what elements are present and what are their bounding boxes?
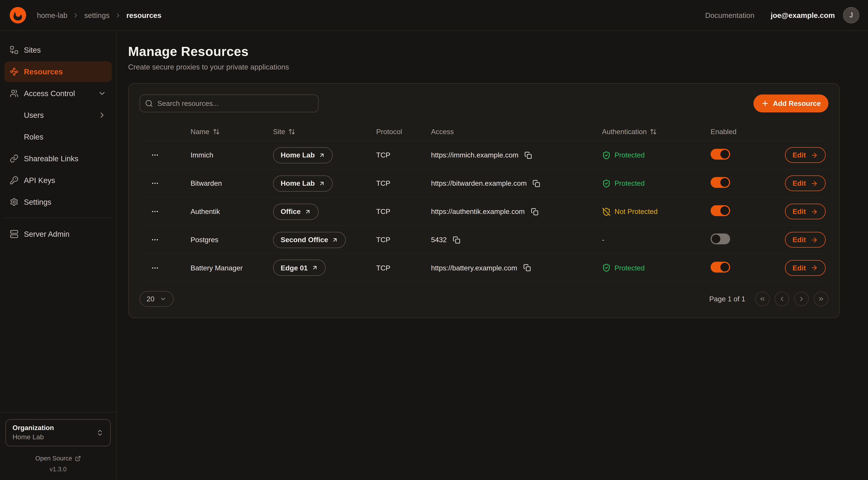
site-link[interactable]: Home Lab [273,147,333,163]
copy-icon [531,208,538,215]
chevron-right-icon [98,111,106,119]
edit-button[interactable]: Edit [785,260,826,276]
sidebar-item-resources[interactable]: Resources [4,61,112,82]
edit-button[interactable]: Edit [785,204,826,219]
sidebar-item-users[interactable]: Users [4,105,112,125]
sort-icon [213,128,220,135]
avatar[interactable]: J [843,7,859,23]
arrow-right-icon [810,208,818,215]
column-header-access: Access [431,127,602,136]
protocol-value: TCP [376,264,431,272]
ellipsis-icon [151,264,159,272]
sidebar-item-label: Users [24,111,44,119]
sidebar-item-label: Settings [24,198,52,206]
copy-icon [523,264,531,271]
organization-switcher[interactable]: Organization Home Lab [5,419,111,446]
column-header-site[interactable]: Site [273,127,376,136]
protocol-value: TCP [376,179,431,187]
search-input[interactable] [140,94,319,112]
open-source-label: Open Source [35,455,72,461]
resources-table: Name Site Protocol Access [140,122,828,282]
resources-card: Add Resource Name Site [128,83,840,318]
shield-check-icon [602,151,611,159]
sidebar-item-server-admin[interactable]: Server Admin [4,224,112,244]
site-link[interactable]: Edge 01 [273,260,326,276]
enabled-toggle[interactable] [711,149,730,160]
site-link[interactable]: Office [273,204,319,220]
sidebar-item-sites[interactable]: Sites [4,40,112,60]
column-header-authentication[interactable]: Authentication [602,127,711,136]
toggle-knob [720,263,729,271]
edit-button[interactable]: Edit [785,232,826,248]
card-toolbar: Add Resource [140,94,828,112]
copy-button[interactable] [523,150,533,160]
enabled-toggle[interactable] [711,262,730,272]
sidebar-item-label: Roles [24,132,43,141]
sidebar: Sites Resources Access Control Users Rol… [0,31,117,480]
enabled-toggle[interactable] [711,205,730,216]
breadcrumb: home-lab settings resources [37,11,161,19]
column-header-name[interactable]: Name [190,127,273,136]
sidebar-divider [4,218,112,218]
prev-page-button[interactable] [775,292,789,306]
resource-name: Immich [190,151,273,159]
copy-button[interactable] [530,207,539,216]
shield-check-icon [602,179,611,188]
add-resource-button[interactable]: Add Resource [753,94,828,112]
row-menu-button[interactable] [147,260,162,275]
copy-icon [524,151,532,159]
arrow-up-right-icon [319,180,325,187]
server-icon [10,230,19,238]
last-page-button[interactable] [814,292,828,306]
ellipsis-icon [151,207,159,216]
table-row: Bitwarden Home Lab TCP https://bitwarden… [140,169,828,197]
sidebar-item-label: Sites [24,46,41,54]
add-resource-label: Add Resource [773,99,821,108]
sidebar-item-settings[interactable]: Settings [4,192,112,212]
row-menu-button[interactable] [147,148,162,163]
row-menu-button[interactable] [147,232,162,247]
chevrons-left-icon [759,295,766,302]
toggle-knob [720,206,729,215]
auth-status-protected: Protected [602,263,711,272]
enabled-toggle[interactable] [711,234,730,244]
site-link[interactable]: Home Lab [273,175,333,191]
breadcrumb-home-lab[interactable]: home-lab [37,11,67,19]
user-email[interactable]: joe@example.com [771,11,835,19]
gear-icon [10,198,19,206]
copy-button[interactable] [452,235,461,245]
page-size-select[interactable]: 20 [140,291,174,307]
sidebar-item-api-keys[interactable]: API Keys [4,170,112,190]
next-page-button[interactable] [794,292,809,306]
resource-name: Battery Manager [190,264,273,272]
chevron-right-icon [114,12,121,19]
breadcrumb-resources[interactable]: resources [126,11,161,19]
sidebar-item-roles[interactable]: Roles [4,126,112,147]
sidebar-item-shareable-links[interactable]: Shareable Links [4,148,112,169]
waypoints-icon [10,67,19,76]
first-page-button[interactable] [755,292,770,306]
row-menu-button[interactable] [147,204,162,219]
resource-name: Bitwarden [190,179,273,187]
external-link-icon [75,455,81,461]
breadcrumb-settings[interactable]: settings [84,11,110,19]
resource-name: Postgres [190,236,273,244]
auth-status-protected: Protected [602,179,711,188]
sidebar-item-access-control[interactable]: Access Control [4,83,112,104]
open-source-link[interactable]: Open Source [0,455,116,461]
table-row: Immich Home Lab TCP https://immich.examp… [140,141,828,169]
edit-button[interactable]: Edit [785,175,826,191]
chevron-down-icon [160,295,167,302]
chevron-right-icon [798,295,805,302]
documentation-link[interactable]: Documentation [705,11,754,19]
toggle-knob [720,178,729,187]
copy-button[interactable] [522,263,532,273]
row-menu-button[interactable] [147,176,162,191]
copy-button[interactable] [532,178,541,188]
auth-status-none: - [602,236,711,244]
sidebar-item-label: API Keys [24,176,55,185]
search-wrap [140,94,319,112]
edit-button[interactable]: Edit [785,147,826,163]
enabled-toggle[interactable] [711,177,730,188]
site-link[interactable]: Second Office [273,232,346,248]
